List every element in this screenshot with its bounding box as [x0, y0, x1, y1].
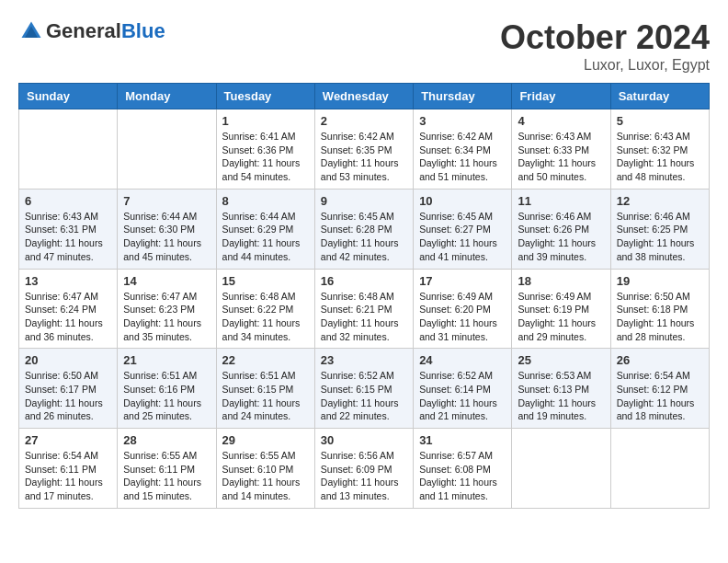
weekday-header-wednesday: Wednesday — [314, 84, 413, 109]
calendar-cell: 6Sunrise: 6:43 AMSunset: 6:31 PMDaylight… — [19, 189, 118, 269]
day-number: 14 — [123, 274, 210, 288]
cell-content: Sunrise: 6:45 AMSunset: 6:28 PMDaylight:… — [321, 210, 407, 264]
cell-content: Sunrise: 6:49 AMSunset: 6:19 PMDaylight:… — [518, 290, 604, 344]
cell-content: Sunrise: 6:52 AMSunset: 6:15 PMDaylight:… — [321, 369, 407, 423]
calendar-cell: 4Sunrise: 6:43 AMSunset: 6:33 PMDaylight… — [512, 109, 610, 190]
calendar-cell: 26Sunrise: 6:54 AMSunset: 6:12 PMDayligh… — [610, 349, 709, 429]
cell-content: Sunrise: 6:48 AMSunset: 6:22 PMDaylight:… — [222, 290, 309, 344]
weekday-header-friday: Friday — [512, 84, 610, 109]
calendar-cell: 29Sunrise: 6:55 AMSunset: 6:10 PMDayligh… — [216, 429, 314, 509]
cell-content: Sunrise: 6:42 AMSunset: 6:35 PMDaylight:… — [321, 130, 407, 184]
calendar-cell: 22Sunrise: 6:51 AMSunset: 6:15 PMDayligh… — [216, 349, 314, 429]
calendar-cell — [118, 109, 216, 190]
calendar-cell: 12Sunrise: 6:46 AMSunset: 6:25 PMDayligh… — [610, 189, 709, 269]
location: Luxor, Luxor, Egypt — [500, 57, 710, 74]
calendar-table: SundayMondayTuesdayWednesdayThursdayFrid… — [18, 83, 710, 509]
calendar-week-2: 6Sunrise: 6:43 AMSunset: 6:31 PMDaylight… — [19, 189, 710, 269]
cell-content: Sunrise: 6:54 AMSunset: 6:12 PMDaylight:… — [617, 369, 703, 423]
cell-content: Sunrise: 6:41 AMSunset: 6:36 PMDaylight:… — [222, 130, 309, 184]
logo: GeneralBlue — [18, 18, 165, 44]
day-number: 5 — [617, 114, 703, 128]
cell-content: Sunrise: 6:43 AMSunset: 6:31 PMDaylight:… — [25, 210, 111, 264]
day-number: 6 — [25, 194, 111, 208]
day-number: 21 — [123, 353, 210, 367]
weekday-header-row: SundayMondayTuesdayWednesdayThursdayFrid… — [19, 84, 710, 109]
calendar-cell: 3Sunrise: 6:42 AMSunset: 6:34 PMDaylight… — [414, 109, 512, 190]
cell-content: Sunrise: 6:57 AMSunset: 6:08 PMDaylight:… — [419, 449, 506, 503]
logo-general-text: General — [46, 19, 121, 42]
weekday-header-thursday: Thursday — [414, 84, 512, 109]
calendar-cell — [19, 109, 118, 190]
logo-icon — [18, 18, 44, 44]
day-number: 16 — [321, 274, 407, 288]
calendar-cell: 2Sunrise: 6:42 AMSunset: 6:35 PMDaylight… — [314, 109, 413, 190]
cell-content: Sunrise: 6:42 AMSunset: 6:34 PMDaylight:… — [419, 130, 506, 184]
calendar-cell: 13Sunrise: 6:47 AMSunset: 6:24 PMDayligh… — [19, 269, 118, 349]
cell-content: Sunrise: 6:49 AMSunset: 6:20 PMDaylight:… — [419, 290, 506, 344]
cell-content: Sunrise: 6:46 AMSunset: 6:25 PMDaylight:… — [617, 210, 703, 264]
day-number: 24 — [419, 353, 506, 367]
calendar-cell: 7Sunrise: 6:44 AMSunset: 6:30 PMDaylight… — [118, 189, 216, 269]
day-number: 3 — [419, 114, 506, 128]
day-number: 28 — [123, 433, 210, 447]
title-block: October 2024 Luxor, Luxor, Egypt — [500, 18, 710, 74]
calendar-cell: 23Sunrise: 6:52 AMSunset: 6:15 PMDayligh… — [314, 349, 413, 429]
cell-content: Sunrise: 6:47 AMSunset: 6:24 PMDaylight:… — [25, 290, 111, 344]
calendar-week-4: 20Sunrise: 6:50 AMSunset: 6:17 PMDayligh… — [19, 349, 710, 429]
calendar-cell: 16Sunrise: 6:48 AMSunset: 6:21 PMDayligh… — [314, 269, 413, 349]
day-number: 11 — [518, 194, 604, 208]
calendar-cell: 27Sunrise: 6:54 AMSunset: 6:11 PMDayligh… — [19, 429, 118, 509]
day-number: 30 — [321, 433, 407, 447]
cell-content: Sunrise: 6:43 AMSunset: 6:33 PMDaylight:… — [518, 130, 604, 184]
calendar-cell: 31Sunrise: 6:57 AMSunset: 6:08 PMDayligh… — [414, 429, 512, 509]
day-number: 29 — [222, 433, 309, 447]
cell-content: Sunrise: 6:54 AMSunset: 6:11 PMDaylight:… — [25, 449, 111, 503]
calendar-cell: 10Sunrise: 6:45 AMSunset: 6:27 PMDayligh… — [414, 189, 512, 269]
cell-content: Sunrise: 6:46 AMSunset: 6:26 PMDaylight:… — [518, 210, 604, 264]
calendar-cell: 5Sunrise: 6:43 AMSunset: 6:32 PMDaylight… — [610, 109, 709, 190]
weekday-header-tuesday: Tuesday — [216, 84, 314, 109]
day-number: 9 — [321, 194, 407, 208]
day-number: 8 — [222, 194, 309, 208]
cell-content: Sunrise: 6:47 AMSunset: 6:23 PMDaylight:… — [123, 290, 210, 344]
calendar-cell: 8Sunrise: 6:44 AMSunset: 6:29 PMDaylight… — [216, 189, 314, 269]
day-number: 20 — [25, 353, 111, 367]
cell-content: Sunrise: 6:51 AMSunset: 6:16 PMDaylight:… — [123, 369, 210, 423]
day-number: 7 — [123, 194, 210, 208]
calendar-cell — [512, 429, 610, 509]
calendar-cell: 17Sunrise: 6:49 AMSunset: 6:20 PMDayligh… — [414, 269, 512, 349]
day-number: 10 — [419, 194, 506, 208]
day-number: 15 — [222, 274, 309, 288]
calendar-cell: 15Sunrise: 6:48 AMSunset: 6:22 PMDayligh… — [216, 269, 314, 349]
calendar-week-1: 1Sunrise: 6:41 AMSunset: 6:36 PMDaylight… — [19, 109, 710, 190]
day-number: 27 — [25, 433, 111, 447]
day-number: 13 — [25, 274, 111, 288]
calendar-cell: 1Sunrise: 6:41 AMSunset: 6:36 PMDaylight… — [216, 109, 314, 190]
day-number: 23 — [321, 353, 407, 367]
weekday-header-monday: Monday — [118, 84, 216, 109]
day-number: 12 — [617, 194, 703, 208]
day-number: 26 — [617, 353, 703, 367]
calendar-cell: 11Sunrise: 6:46 AMSunset: 6:26 PMDayligh… — [512, 189, 610, 269]
page-header: GeneralBlue October 2024 Luxor, Luxor, E… — [18, 18, 710, 74]
day-number: 2 — [321, 114, 407, 128]
cell-content: Sunrise: 6:50 AMSunset: 6:17 PMDaylight:… — [25, 369, 111, 423]
day-number: 22 — [222, 353, 309, 367]
weekday-header-sunday: Sunday — [19, 84, 118, 109]
calendar-cell: 25Sunrise: 6:53 AMSunset: 6:13 PMDayligh… — [512, 349, 610, 429]
cell-content: Sunrise: 6:48 AMSunset: 6:21 PMDaylight:… — [321, 290, 407, 344]
day-number: 1 — [222, 114, 309, 128]
calendar-cell: 20Sunrise: 6:50 AMSunset: 6:17 PMDayligh… — [19, 349, 118, 429]
calendar-cell: 19Sunrise: 6:50 AMSunset: 6:18 PMDayligh… — [610, 269, 709, 349]
cell-content: Sunrise: 6:50 AMSunset: 6:18 PMDaylight:… — [617, 290, 703, 344]
day-number: 4 — [518, 114, 604, 128]
day-number: 25 — [518, 353, 604, 367]
calendar-cell: 21Sunrise: 6:51 AMSunset: 6:16 PMDayligh… — [118, 349, 216, 429]
calendar-cell: 18Sunrise: 6:49 AMSunset: 6:19 PMDayligh… — [512, 269, 610, 349]
day-number: 19 — [617, 274, 703, 288]
calendar-cell: 9Sunrise: 6:45 AMSunset: 6:28 PMDaylight… — [314, 189, 413, 269]
logo-blue-text: Blue — [121, 19, 165, 42]
cell-content: Sunrise: 6:51 AMSunset: 6:15 PMDaylight:… — [222, 369, 309, 423]
month-title: October 2024 — [500, 18, 710, 57]
calendar-body: 1Sunrise: 6:41 AMSunset: 6:36 PMDaylight… — [19, 109, 710, 509]
